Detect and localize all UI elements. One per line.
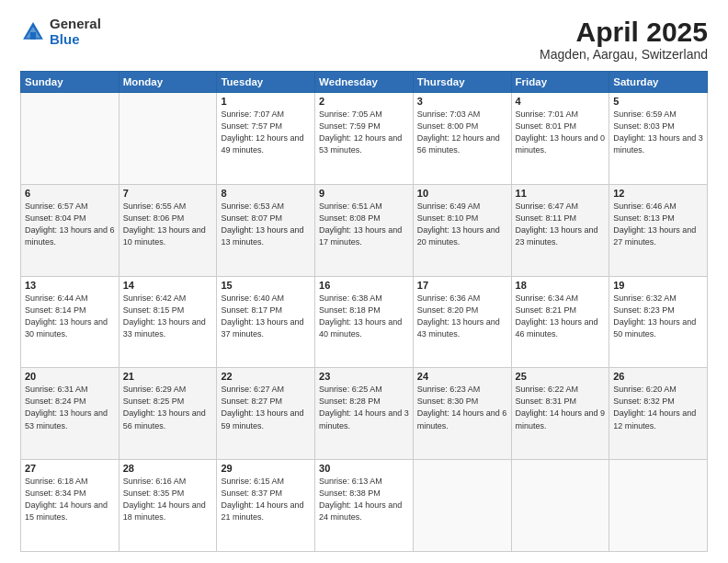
- day-info: Sunrise: 6:53 AM Sunset: 8:07 PM Dayligh…: [221, 201, 311, 248]
- calendar-cell: 9Sunrise: 6:51 AM Sunset: 8:08 PM Daylig…: [315, 184, 414, 276]
- calendar-cell: [21, 93, 119, 185]
- day-number: 9: [319, 188, 409, 199]
- calendar-cell: 8Sunrise: 6:53 AM Sunset: 8:07 PM Daylig…: [217, 184, 315, 276]
- weekday-header-monday: Monday: [119, 72, 217, 93]
- calendar-cell: 25Sunrise: 6:22 AM Sunset: 8:31 PM Dayli…: [511, 368, 609, 460]
- day-number: 14: [123, 280, 213, 291]
- day-number: 8: [221, 188, 311, 199]
- day-info: Sunrise: 6:23 AM Sunset: 8:30 PM Dayligh…: [417, 384, 507, 431]
- calendar-cell: 20Sunrise: 6:31 AM Sunset: 8:24 PM Dayli…: [21, 368, 119, 460]
- weekday-header-friday: Friday: [511, 72, 609, 93]
- day-number: 17: [417, 280, 507, 291]
- day-number: 6: [25, 188, 115, 199]
- calendar-week-row: 6Sunrise: 6:57 AM Sunset: 8:04 PM Daylig…: [21, 184, 708, 276]
- day-info: Sunrise: 6:31 AM Sunset: 8:24 PM Dayligh…: [25, 384, 115, 431]
- day-info: Sunrise: 7:01 AM Sunset: 8:01 PM Dayligh…: [516, 109, 606, 156]
- calendar-cell: 10Sunrise: 6:49 AM Sunset: 8:10 PM Dayli…: [413, 184, 511, 276]
- calendar-cell: 23Sunrise: 6:25 AM Sunset: 8:28 PM Dayli…: [315, 368, 414, 460]
- day-number: 18: [516, 280, 606, 291]
- day-number: 30: [319, 463, 409, 474]
- calendar-cell: 5Sunrise: 6:59 AM Sunset: 8:03 PM Daylig…: [609, 93, 708, 185]
- logo-icon: [20, 19, 46, 45]
- day-info: Sunrise: 6:38 AM Sunset: 8:18 PM Dayligh…: [319, 293, 409, 340]
- logo: General Blue: [20, 17, 101, 47]
- calendar-cell: 21Sunrise: 6:29 AM Sunset: 8:25 PM Dayli…: [119, 368, 217, 460]
- weekday-header-sunday: Sunday: [21, 72, 119, 93]
- day-info: Sunrise: 6:20 AM Sunset: 8:32 PM Dayligh…: [613, 384, 703, 431]
- day-info: Sunrise: 6:16 AM Sunset: 8:35 PM Dayligh…: [123, 476, 213, 523]
- day-info: Sunrise: 6:57 AM Sunset: 8:04 PM Dayligh…: [25, 201, 115, 248]
- calendar-cell: 22Sunrise: 6:27 AM Sunset: 8:27 PM Dayli…: [217, 368, 315, 460]
- calendar-cell: 4Sunrise: 7:01 AM Sunset: 8:01 PM Daylig…: [511, 93, 609, 185]
- calendar-cell: 12Sunrise: 6:46 AM Sunset: 8:13 PM Dayli…: [609, 184, 708, 276]
- calendar-cell: 29Sunrise: 6:15 AM Sunset: 8:37 PM Dayli…: [217, 460, 315, 552]
- calendar-week-row: 27Sunrise: 6:18 AM Sunset: 8:34 PM Dayli…: [21, 460, 708, 552]
- day-number: 26: [613, 371, 703, 382]
- calendar-cell: 24Sunrise: 6:23 AM Sunset: 8:30 PM Dayli…: [413, 368, 511, 460]
- day-info: Sunrise: 6:40 AM Sunset: 8:17 PM Dayligh…: [221, 293, 311, 340]
- calendar-cell: 16Sunrise: 6:38 AM Sunset: 8:18 PM Dayli…: [315, 276, 414, 368]
- day-number: 5: [613, 96, 703, 107]
- day-info: Sunrise: 6:29 AM Sunset: 8:25 PM Dayligh…: [123, 384, 213, 431]
- day-number: 23: [319, 371, 409, 382]
- calendar-cell: 17Sunrise: 6:36 AM Sunset: 8:20 PM Dayli…: [413, 276, 511, 368]
- day-number: 7: [123, 188, 213, 199]
- weekday-header-row: SundayMondayTuesdayWednesdayThursdayFrid…: [21, 72, 708, 93]
- day-number: 12: [613, 188, 703, 199]
- day-info: Sunrise: 6:59 AM Sunset: 8:03 PM Dayligh…: [613, 109, 703, 156]
- day-number: 28: [123, 463, 213, 474]
- calendar-cell: [413, 460, 511, 552]
- day-number: 24: [417, 371, 507, 382]
- day-info: Sunrise: 6:25 AM Sunset: 8:28 PM Dayligh…: [319, 384, 409, 431]
- day-number: 4: [516, 96, 606, 107]
- day-number: 19: [613, 280, 703, 291]
- day-info: Sunrise: 6:22 AM Sunset: 8:31 PM Dayligh…: [516, 384, 606, 431]
- day-number: 16: [319, 280, 409, 291]
- day-info: Sunrise: 6:42 AM Sunset: 8:15 PM Dayligh…: [123, 293, 213, 340]
- day-number: 20: [25, 371, 115, 382]
- logo-general-text: General: [50, 17, 101, 32]
- day-info: Sunrise: 6:55 AM Sunset: 8:06 PM Dayligh…: [123, 201, 213, 248]
- logo-blue-text: Blue: [50, 32, 101, 48]
- month-title: April 2025: [540, 17, 708, 47]
- day-info: Sunrise: 6:15 AM Sunset: 8:37 PM Dayligh…: [221, 476, 311, 523]
- weekday-header-thursday: Thursday: [413, 72, 511, 93]
- location-title: Magden, Aargau, Switzerland: [540, 47, 708, 62]
- calendar-cell: 14Sunrise: 6:42 AM Sunset: 8:15 PM Dayli…: [119, 276, 217, 368]
- calendar-week-row: 1Sunrise: 7:07 AM Sunset: 7:57 PM Daylig…: [21, 93, 708, 185]
- calendar-cell: 7Sunrise: 6:55 AM Sunset: 8:06 PM Daylig…: [119, 184, 217, 276]
- day-info: Sunrise: 6:13 AM Sunset: 8:38 PM Dayligh…: [319, 476, 409, 523]
- weekday-header-saturday: Saturday: [609, 72, 708, 93]
- weekday-header-wednesday: Wednesday: [315, 72, 414, 93]
- calendar-week-row: 13Sunrise: 6:44 AM Sunset: 8:14 PM Dayli…: [21, 276, 708, 368]
- day-info: Sunrise: 6:18 AM Sunset: 8:34 PM Dayligh…: [25, 476, 115, 523]
- day-info: Sunrise: 6:47 AM Sunset: 8:11 PM Dayligh…: [516, 201, 606, 248]
- day-number: 2: [319, 96, 409, 107]
- calendar-cell: 28Sunrise: 6:16 AM Sunset: 8:35 PM Dayli…: [119, 460, 217, 552]
- day-info: Sunrise: 7:03 AM Sunset: 8:00 PM Dayligh…: [417, 109, 507, 156]
- day-number: 29: [221, 463, 311, 474]
- calendar-cell: 3Sunrise: 7:03 AM Sunset: 8:00 PM Daylig…: [413, 93, 511, 185]
- calendar-cell: [511, 460, 609, 552]
- calendar-cell: 18Sunrise: 6:34 AM Sunset: 8:21 PM Dayli…: [511, 276, 609, 368]
- day-number: 13: [25, 280, 115, 291]
- title-block: April 2025 Magden, Aargau, Switzerland: [540, 17, 708, 62]
- header: General Blue April 2025 Magden, Aargau, …: [20, 17, 708, 62]
- logo-text: General Blue: [50, 17, 101, 47]
- calendar-cell: 11Sunrise: 6:47 AM Sunset: 8:11 PM Dayli…: [511, 184, 609, 276]
- calendar-cell: 2Sunrise: 7:05 AM Sunset: 7:59 PM Daylig…: [315, 93, 414, 185]
- calendar-cell: [119, 93, 217, 185]
- day-number: 1: [221, 96, 311, 107]
- calendar-cell: 13Sunrise: 6:44 AM Sunset: 8:14 PM Dayli…: [21, 276, 119, 368]
- day-info: Sunrise: 6:46 AM Sunset: 8:13 PM Dayligh…: [613, 201, 703, 248]
- day-info: Sunrise: 6:44 AM Sunset: 8:14 PM Dayligh…: [25, 293, 115, 340]
- day-number: 3: [417, 96, 507, 107]
- calendar-table: SundayMondayTuesdayWednesdayThursdayFrid…: [20, 71, 708, 552]
- day-info: Sunrise: 6:36 AM Sunset: 8:20 PM Dayligh…: [417, 293, 507, 340]
- day-info: Sunrise: 7:05 AM Sunset: 7:59 PM Dayligh…: [319, 109, 409, 156]
- day-number: 25: [516, 371, 606, 382]
- day-number: 22: [221, 371, 311, 382]
- weekday-header-tuesday: Tuesday: [217, 72, 315, 93]
- calendar-cell: [609, 460, 708, 552]
- day-number: 15: [221, 280, 311, 291]
